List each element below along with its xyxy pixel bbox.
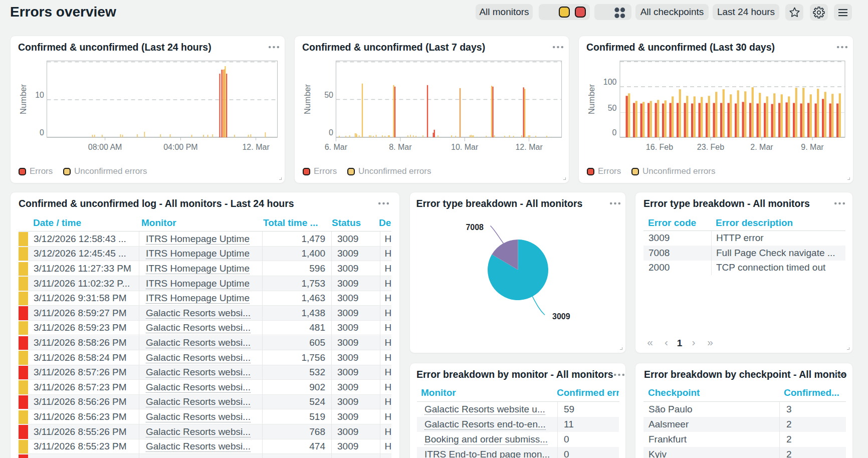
svg-text:9. Mar: 9. Mar xyxy=(801,143,824,151)
svg-text:3009: 3009 xyxy=(552,312,570,321)
svg-text:Number: Number xyxy=(19,84,28,114)
svg-text:08:00 AM: 08:00 AM xyxy=(88,143,122,151)
svg-text:12. Mar: 12. Mar xyxy=(515,143,543,151)
svg-text:04:00 PM: 04:00 PM xyxy=(163,143,197,151)
svg-text:«: « xyxy=(647,338,653,348)
svg-text:‹: ‹ xyxy=(665,338,668,348)
svg-text:0: 0 xyxy=(329,128,333,137)
svg-text:›: › xyxy=(692,338,696,348)
svg-text:7008: 7008 xyxy=(466,223,484,232)
svg-text:2. Mar: 2. Mar xyxy=(750,143,773,151)
svg-text:6. Mar: 6. Mar xyxy=(325,143,348,151)
svg-text:23. Feb: 23. Feb xyxy=(697,143,724,151)
svg-text:Number: Number xyxy=(587,84,596,114)
svg-text:16. Feb: 16. Feb xyxy=(646,143,673,151)
svg-text:50: 50 xyxy=(608,104,617,112)
svg-text:Number: Number xyxy=(303,84,312,114)
svg-text:10. Mar: 10. Mar xyxy=(451,143,479,151)
svg-text:»: » xyxy=(707,338,713,348)
svg-text:1: 1 xyxy=(677,338,683,348)
svg-text:12. Mar: 12. Mar xyxy=(242,143,270,151)
svg-text:10: 10 xyxy=(35,91,44,99)
svg-text:0: 0 xyxy=(612,128,617,137)
svg-text:8. Mar: 8. Mar xyxy=(389,143,412,151)
svg-text:0: 0 xyxy=(40,128,44,137)
svg-text:50: 50 xyxy=(324,91,333,99)
svg-text:100: 100 xyxy=(603,78,617,86)
